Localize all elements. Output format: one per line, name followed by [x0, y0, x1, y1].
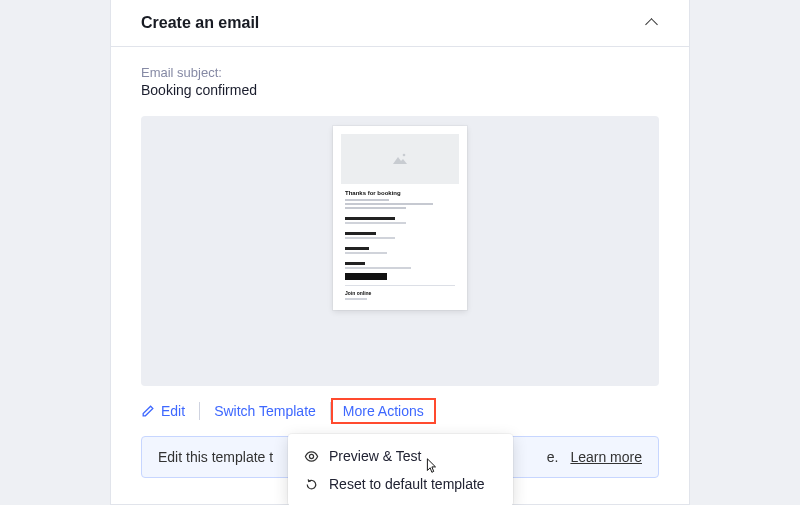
email-subject-label: Email subject: [141, 65, 659, 80]
thumbnail-cta-button [345, 273, 387, 280]
edit-button[interactable]: Edit [141, 401, 199, 421]
hint-text-tail: e. [547, 449, 559, 465]
image-placeholder-icon [391, 152, 409, 166]
reset-icon [304, 477, 319, 492]
preview-and-test-label: Preview & Test [329, 448, 421, 464]
cursor-pointer-icon [422, 457, 440, 475]
hint-text-start: Edit this template t [158, 449, 273, 465]
learn-more-link[interactable]: Learn more [570, 449, 642, 465]
svg-point-1 [403, 154, 406, 157]
eye-icon [304, 449, 319, 464]
svg-point-2 [309, 454, 313, 458]
email-subject-value: Booking confirmed [141, 82, 659, 98]
section-header[interactable]: Create an email [111, 0, 689, 47]
more-actions-label: More Actions [343, 403, 424, 419]
preview-and-test-item[interactable]: Preview & Test [288, 442, 513, 470]
pencil-icon [141, 404, 155, 418]
svg-marker-0 [393, 157, 407, 164]
more-actions-button[interactable]: More Actions [331, 398, 436, 424]
chevron-up-icon [645, 16, 659, 30]
email-preview-pane: Thanks for booking [141, 116, 659, 386]
reset-template-item[interactable]: Reset to default template [288, 470, 513, 498]
thumbnail-hero-image [341, 134, 459, 184]
template-actions-row: Edit Switch Template More Actions [141, 386, 659, 436]
switch-template-label: Switch Template [214, 403, 316, 419]
edit-label: Edit [161, 403, 185, 419]
section-title: Create an email [141, 14, 259, 32]
thumbnail-body: Thanks for booking [333, 190, 467, 300]
create-email-card: Create an email Email subject: Booking c… [110, 0, 690, 505]
thumbnail-heading: Thanks for booking [345, 190, 455, 196]
reset-template-label: Reset to default template [329, 476, 485, 492]
email-thumbnail[interactable]: Thanks for booking [333, 126, 467, 310]
more-actions-dropdown: Preview & Test Reset to default template [288, 434, 513, 505]
switch-template-button[interactable]: Switch Template [200, 401, 330, 421]
